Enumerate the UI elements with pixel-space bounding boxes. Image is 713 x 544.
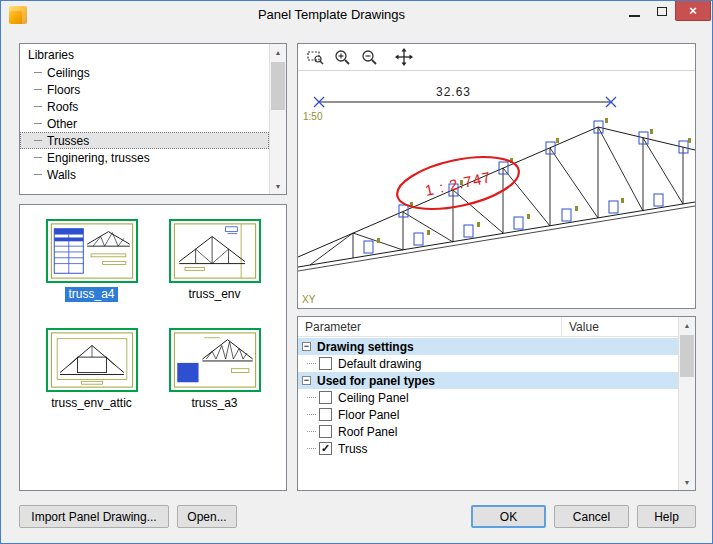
thumbnails-panel: truss_a4 — [19, 204, 287, 491]
libraries-root-item[interactable]: Libraries — [20, 47, 269, 64]
zoom-in-button[interactable] — [331, 46, 353, 68]
thumbnail-truss-env-attic[interactable]: truss_env_attic — [30, 328, 153, 411]
library-item-label: Walls — [47, 167, 76, 183]
pan-button[interactable] — [393, 46, 415, 68]
minimize-button[interactable] — [621, 1, 648, 21]
thumbnail-grid: truss_a4 — [20, 205, 286, 425]
checkbox-label: Roof Panel — [338, 425, 397, 439]
collapse-icon[interactable]: − — [302, 342, 311, 351]
minimize-icon — [629, 15, 640, 17]
table-rows: − Drawing settings Default drawing − Use… — [298, 338, 678, 490]
maximize-button[interactable] — [648, 1, 675, 21]
tree-branch-icon — [34, 106, 42, 107]
library-item-label: Other — [47, 116, 77, 132]
group-row-drawing-settings[interactable]: − Drawing settings — [298, 338, 678, 355]
zoom-window-icon — [306, 48, 324, 66]
tree-branch-icon — [34, 174, 42, 175]
zoom-window-button[interactable] — [304, 46, 326, 68]
row-floor-panel[interactable]: Floor Panel — [298, 406, 678, 423]
tree-branch-icon — [34, 123, 42, 124]
default-drawing-checkbox[interactable] — [319, 357, 332, 370]
check-mark: ✓ — [321, 443, 330, 454]
window-title: Panel Template Drawings — [61, 7, 602, 22]
collapse-icon[interactable]: − — [302, 376, 311, 385]
tree-branch-icon — [307, 414, 316, 415]
scroll-down-button[interactable]: ▼ — [679, 474, 695, 490]
tree-branch-icon — [307, 448, 316, 449]
close-icon: × — [689, 3, 697, 18]
zoom-out-button[interactable] — [358, 46, 380, 68]
library-item-walls[interactable]: Walls — [20, 166, 269, 183]
drawing-preview-panel: 32.63 1:50 — [297, 43, 696, 309]
window-controls: × — [621, 1, 711, 21]
tree-branch-icon — [34, 157, 42, 158]
library-item-label: Ceilings — [47, 65, 90, 81]
thumbnail-label: truss_a3 — [188, 396, 240, 411]
help-button[interactable]: Help — [637, 505, 696, 528]
row-truss[interactable]: ✓ Truss — [298, 440, 678, 457]
tree-branch-icon — [307, 397, 316, 398]
ok-button[interactable]: OK — [471, 505, 546, 528]
thumbnail-truss-a4[interactable]: truss_a4 — [30, 219, 153, 302]
scale-label: 1:50 — [303, 111, 323, 122]
group-row-used-for-panel-types[interactable]: − Used for panel types — [298, 372, 678, 389]
library-item-other[interactable]: Other — [20, 115, 269, 132]
floor-panel-checkbox[interactable] — [319, 408, 332, 421]
open-button[interactable]: Open... — [177, 505, 237, 528]
parameter-scrollbar[interactable]: ▲ ▼ — [678, 317, 695, 490]
thumbnail-truss-env[interactable]: truss_env — [153, 219, 276, 302]
column-header-value: Value — [562, 317, 678, 336]
library-item-enginering-trusses[interactable]: Enginering, trusses — [20, 149, 269, 166]
tree-branch-icon — [34, 140, 42, 141]
table-header: Parameter Value — [298, 317, 678, 337]
roof-panel-checkbox[interactable] — [319, 425, 332, 438]
libraries-list: Libraries Ceilings Floors Roofs Other Tr… — [20, 44, 269, 194]
truss-checkbox[interactable]: ✓ — [319, 442, 332, 455]
truss-drawing: 32.63 1:50 — [298, 72, 695, 309]
libraries-scrollbar[interactable]: ▲ ▼ — [269, 44, 286, 194]
thumbnail-truss-a3[interactable]: truss_a3 — [153, 328, 276, 411]
group-label: Drawing settings — [317, 340, 414, 354]
scroll-up-button[interactable]: ▲ — [679, 317, 695, 333]
libraries-panel: Libraries Ceilings Floors Roofs Other Tr… — [19, 43, 287, 195]
import-panel-drawing-button[interactable]: Import Panel Drawing... — [19, 505, 169, 528]
library-item-label: Floors — [47, 82, 80, 98]
scrollbar-thumb[interactable] — [271, 62, 285, 110]
truss-env-preview-image — [169, 219, 261, 283]
scrollbar-track[interactable] — [679, 333, 695, 474]
zoom-out-icon — [360, 48, 378, 66]
row-ceiling-panel[interactable]: Ceiling Panel — [298, 389, 678, 406]
title-bar: Panel Template Drawings × — [1, 1, 712, 29]
app-icon[interactable] — [9, 6, 27, 24]
preview-toolbar — [298, 44, 695, 71]
drawing-viewport[interactable]: 32.63 1:50 — [298, 72, 695, 308]
library-item-ceilings[interactable]: Ceilings — [20, 64, 269, 81]
tree-branch-icon — [307, 363, 316, 364]
truss-a3-preview-image — [169, 328, 261, 392]
zoom-in-icon — [333, 48, 351, 66]
scroll-down-button[interactable]: ▼ — [270, 178, 286, 194]
library-item-trusses[interactable]: Trusses — [20, 132, 269, 149]
checkbox-label: Default drawing — [338, 357, 421, 371]
thumbnail-label: truss_env_attic — [48, 396, 135, 411]
row-roof-panel[interactable]: Roof Panel — [298, 423, 678, 440]
scrollbar-thumb[interactable] — [680, 335, 694, 377]
panel-template-drawings-dialog: Panel Template Drawings × Libraries Ceil… — [0, 0, 713, 544]
library-item-label: Roofs — [47, 99, 78, 115]
checkbox-label: Truss — [338, 442, 368, 456]
scrollbar-track[interactable] — [270, 60, 286, 178]
library-item-floors[interactable]: Floors — [20, 81, 269, 98]
row-default-drawing[interactable]: Default drawing — [298, 355, 678, 372]
dimension-text: 32.63 — [436, 85, 471, 99]
library-item-label: Trusses — [47, 133, 89, 149]
maximize-icon — [657, 7, 667, 16]
cancel-button[interactable]: Cancel — [554, 505, 629, 528]
close-button[interactable]: × — [675, 1, 711, 21]
column-header-parameter: Parameter — [298, 317, 562, 336]
parameter-table: Parameter Value − Drawing settings Defau… — [297, 316, 696, 491]
truss-env-attic-preview-image — [46, 328, 138, 392]
scroll-up-button[interactable]: ▲ — [270, 44, 286, 60]
library-item-roofs[interactable]: Roofs — [20, 98, 269, 115]
checkbox-label: Floor Panel — [338, 408, 399, 422]
ceiling-panel-checkbox[interactable] — [319, 391, 332, 404]
